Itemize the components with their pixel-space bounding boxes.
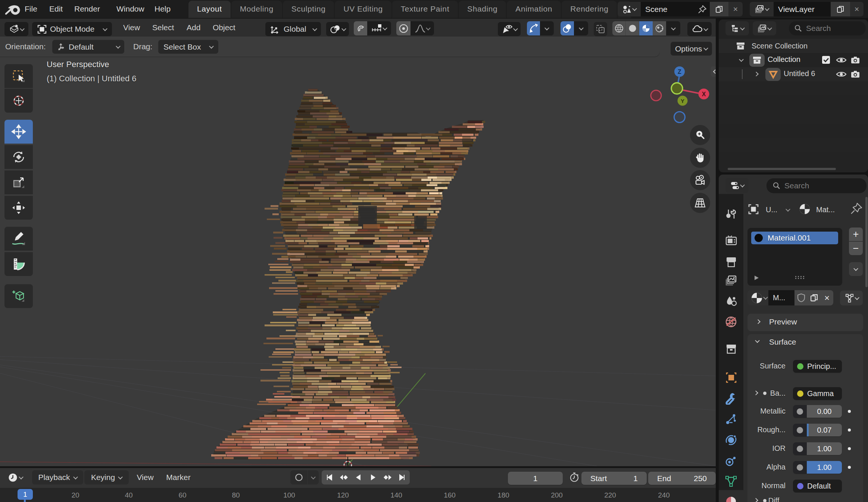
svg-text:Y: Y <box>681 98 684 104</box>
svg-text:X: X <box>702 91 706 97</box>
svg-text:Z: Z <box>678 69 681 75</box>
